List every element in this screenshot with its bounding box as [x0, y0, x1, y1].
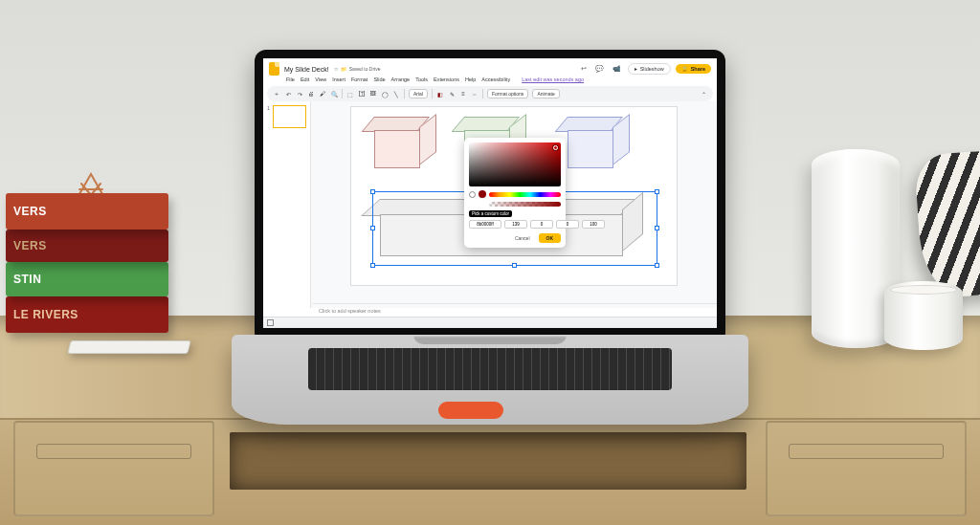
menu-format[interactable]: Format — [351, 77, 368, 82]
picker-title: Pick a custom color — [469, 210, 512, 217]
menu-edit[interactable]: Edit — [301, 77, 309, 82]
cube-pink[interactable] — [374, 117, 443, 170]
book-spine: VERS — [13, 205, 47, 218]
book-spine: LE RIVERS — [13, 308, 78, 321]
doc-title[interactable]: My Slide Deck! — [284, 66, 329, 73]
eyedropper-icon[interactable] — [469, 191, 476, 198]
candle-jar — [884, 281, 963, 350]
border-weight-icon[interactable]: ≡ — [459, 90, 467, 98]
history-icon[interactable]: ↩ — [579, 65, 589, 73]
slides-header: My Slide Deck! ☆ 📁 Saved to Drive ↩ 💬 📹 … — [263, 58, 717, 77]
bottom-taskbar — [263, 317, 717, 328]
ok-button[interactable]: OK — [539, 233, 562, 243]
laptop-sticker — [438, 402, 503, 419]
menu-insert[interactable]: Insert — [332, 77, 345, 82]
thumb-preview — [273, 105, 306, 128]
notebook — [67, 340, 190, 354]
comment-icon[interactable]: 💬 — [593, 65, 606, 73]
color-sv-area[interactable] — [469, 142, 561, 186]
slideshow-button[interactable]: ▸ Slideshow — [628, 63, 671, 75]
desk-drawer-left — [13, 421, 214, 516]
book-stack: LE RIVERS STIN VERS VERS — [6, 182, 178, 352]
menu-accessibility[interactable]: Accessibility — [481, 77, 510, 82]
select-icon[interactable]: ⬚ — [346, 90, 354, 98]
fill-color-icon[interactable]: ◧ — [436, 90, 444, 98]
canvas-area: Pick a custom color Cancel OK — [311, 101, 717, 308]
speaker-notes[interactable]: Click to add speaker notes — [313, 303, 717, 317]
laptop-keyboard — [308, 348, 672, 390]
menu-view[interactable]: View — [315, 77, 326, 82]
paint-format-icon[interactable]: 🖌 — [319, 90, 326, 98]
hex-input[interactable] — [469, 220, 501, 229]
meet-icon[interactable]: 📹 — [611, 65, 623, 73]
alpha-slider[interactable] — [489, 202, 561, 207]
last-edit-hint[interactable]: Last edit was seconds ago — [522, 77, 584, 82]
chevron-up-icon[interactable]: ⌃ — [700, 90, 707, 98]
line-icon[interactable]: ╲ — [392, 90, 400, 98]
custom-color-picker: Pick a custom color Cancel OK — [464, 138, 566, 248]
menubar: File Edit View Insert Format Slide Arran… — [263, 77, 717, 86]
hue-slider[interactable] — [489, 192, 561, 197]
laptop-screen: My Slide Deck! ☆ 📁 Saved to Drive ↩ 💬 📹 … — [263, 58, 717, 328]
shape-icon[interactable]: ◯ — [381, 90, 389, 98]
lock-icon: 🔒 — [681, 66, 688, 72]
animate-button[interactable]: Animate — [532, 89, 559, 98]
desk-drawer-right — [766, 421, 967, 516]
book-spine: STIN — [13, 273, 41, 286]
cube-blue[interactable] — [568, 117, 636, 170]
star-icon[interactable]: ☆ — [334, 66, 338, 72]
menu-extensions[interactable]: Extensions — [434, 77, 459, 82]
border-color-icon[interactable]: ✎ — [448, 90, 456, 98]
zoom-icon[interactable]: 🔍 — [330, 90, 338, 98]
cancel-button[interactable]: Cancel — [510, 233, 535, 243]
cloud-saved-badge: Saved to Drive — [349, 66, 381, 72]
slides-logo-icon — [269, 62, 279, 76]
move-icon[interactable]: 📁 — [341, 66, 346, 72]
b-input[interactable] — [556, 220, 579, 229]
explore-icon[interactable] — [267, 319, 274, 326]
menu-arrange[interactable]: Arrange — [391, 77, 411, 82]
menu-tools[interactable]: Tools — [415, 77, 428, 82]
font-family[interactable]: Arial — [409, 89, 428, 98]
laptop: My Slide Deck! ☆ 📁 Saved to Drive ↩ 💬 📹 … — [255, 50, 725, 421]
menu-help[interactable]: Help — [465, 77, 476, 82]
share-button[interactable]: 🔒 Share — [676, 64, 711, 74]
slide-thumbnails: 1 — [263, 101, 311, 308]
image-icon[interactable]: 🖼 — [369, 90, 377, 98]
laptop-base — [232, 335, 748, 425]
slide-canvas[interactable]: Pick a custom color Cancel OK — [351, 107, 677, 285]
a-input[interactable] — [582, 220, 605, 229]
r-input[interactable] — [504, 220, 527, 229]
border-dash-icon[interactable]: ┄ — [471, 90, 479, 98]
menu-slide[interactable]: Slide — [373, 77, 385, 82]
sv-handle[interactable] — [553, 145, 558, 150]
new-slide-icon[interactable]: ＋ — [273, 90, 280, 98]
g-input[interactable] — [530, 220, 553, 229]
book-spine: VERS — [13, 239, 47, 252]
format-options-button[interactable]: Format options — [487, 89, 528, 98]
undo-icon[interactable]: ↶ — [284, 90, 292, 98]
redo-icon[interactable]: ↷ — [296, 90, 303, 98]
textbox-icon[interactable]: 🅃 — [358, 90, 366, 98]
print-icon[interactable]: 🖨 — [307, 90, 315, 98]
toolbar: ＋ ↶ ↷ 🖨 🖌 🔍 ⬚ 🅃 🖼 ◯ ╲ Arial ◧ ✎ ≡ ┄ — [267, 86, 713, 101]
color-preview-swatch — [479, 190, 486, 198]
menu-file[interactable]: File — [286, 77, 295, 82]
play-icon: ▸ — [635, 66, 637, 72]
slide-thumb-1[interactable]: 1 — [267, 105, 306, 128]
